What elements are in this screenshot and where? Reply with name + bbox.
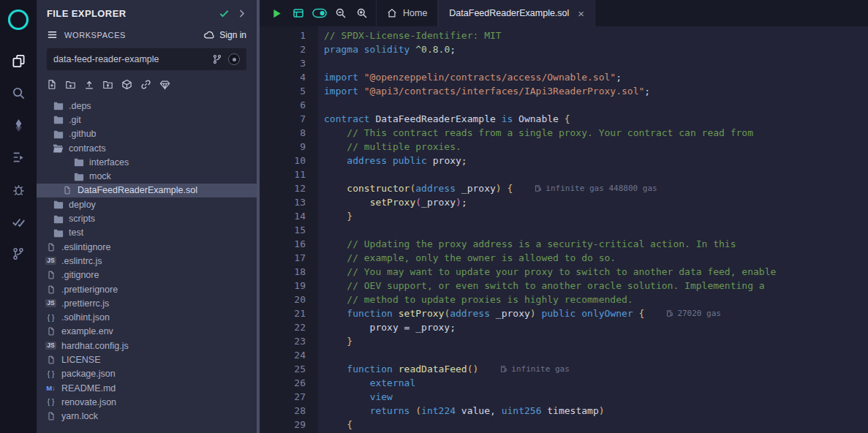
line-number: 22 bbox=[260, 320, 318, 334]
tree-item-yarn.lock[interactable]: yarn.lock bbox=[37, 410, 257, 423]
file-icon bbox=[45, 355, 56, 365]
workspace-selector[interactable]: data-feed-reader-example bbox=[47, 48, 246, 70]
tree-item-.github[interactable]: .github bbox=[37, 127, 257, 141]
file-explorer-icon[interactable] bbox=[0, 45, 37, 77]
editor-body: 1234567891011121314151617181920212223242… bbox=[260, 26, 868, 433]
workspace-options-icon[interactable] bbox=[228, 53, 240, 65]
code-line-22: proxy = _proxy; bbox=[324, 320, 868, 334]
file-icon bbox=[45, 285, 56, 295]
unit-testing-icon[interactable] bbox=[0, 206, 37, 238]
tree-item-datafeedreaderexample.sol[interactable]: DataFeedReaderExample.sol bbox=[37, 184, 257, 197]
file-js-icon: JS bbox=[45, 299, 56, 307]
line-number: 10 bbox=[260, 154, 318, 167]
zoom-in-icon[interactable] bbox=[352, 4, 371, 23]
tree-item-example.env[interactable]: example.env bbox=[37, 325, 257, 339]
folder-icon bbox=[53, 115, 64, 124]
tree-item-package.json[interactable]: { }package.json bbox=[37, 367, 257, 381]
deploy-run-icon[interactable] bbox=[0, 141, 37, 173]
folder-icon bbox=[53, 129, 64, 139]
tree-item-.eslintrc.js[interactable]: JS.eslintrc.js bbox=[37, 254, 257, 268]
tree-item-.deps[interactable]: .deps bbox=[37, 99, 257, 113]
upload-file-icon[interactable] bbox=[84, 80, 94, 90]
link-icon[interactable] bbox=[140, 79, 151, 90]
tree-item-label: renovate.json bbox=[61, 397, 116, 407]
tree-item-contracts[interactable]: contracts bbox=[37, 141, 257, 155]
editor-area: Home DataFeedReaderExample.sol × 1234567… bbox=[260, 0, 868, 433]
tab-datafeedreaderexample[interactable]: DataFeedReaderExample.sol × bbox=[438, 0, 595, 26]
new-file-icon[interactable] bbox=[47, 79, 57, 90]
tree-item-.eslintignore[interactable]: .eslintignore bbox=[37, 240, 257, 254]
upload-folder-icon[interactable] bbox=[102, 80, 113, 90]
tab-home[interactable]: Home bbox=[376, 0, 438, 26]
tree-item-label: LICENSE bbox=[61, 355, 101, 365]
tree-item-label: test bbox=[69, 227, 83, 238]
cloud-icon bbox=[203, 30, 215, 39]
tree-item-.git[interactable]: .git bbox=[37, 113, 257, 127]
hamburger-icon[interactable] bbox=[47, 29, 58, 40]
tree-item-license[interactable]: LICENSE bbox=[37, 353, 257, 366]
tree-item-label: .eslintignore bbox=[61, 242, 110, 252]
code-line-26: external bbox=[324, 376, 868, 390]
tree-item-scripts[interactable]: scripts bbox=[37, 211, 257, 225]
file-icon bbox=[45, 411, 56, 421]
line-number: 11 bbox=[260, 167, 318, 181]
line-number: 29 bbox=[260, 418, 318, 432]
tree-item-readme.md[interactable]: M↓README.md bbox=[37, 381, 257, 395]
tree-item-.gitignore[interactable]: .gitignore bbox=[37, 268, 257, 282]
sign-in-button[interactable]: Sign in bbox=[203, 30, 246, 40]
git-branch-icon[interactable] bbox=[212, 54, 222, 64]
line-number: 16 bbox=[260, 237, 318, 251]
code-line-1: // SPDX-License-Identifier: MIT bbox=[324, 29, 868, 42]
remix-logo[interactable] bbox=[4, 5, 33, 34]
activity-bar bbox=[0, 0, 37, 433]
line-number: 5 bbox=[260, 84, 318, 98]
tree-item-label: .gitignore bbox=[61, 270, 99, 280]
tree-item-label: scripts bbox=[69, 214, 95, 224]
gas-estimate-annotation[interactable]: infinite gas 448800 gas bbox=[535, 181, 657, 195]
tree-item-deploy[interactable]: deploy bbox=[37, 197, 257, 211]
tree-item-mock[interactable]: mock bbox=[37, 169, 257, 183]
gutter: 1234567891011121314151617181920212223242… bbox=[260, 26, 318, 433]
code-editor[interactable]: // SPDX-License-Identifier: MITpragma so… bbox=[318, 26, 868, 433]
git-icon[interactable] bbox=[0, 238, 37, 270]
line-number: 12 bbox=[260, 181, 318, 195]
check-icon[interactable] bbox=[219, 8, 230, 19]
tree-item-renovate.json[interactable]: { }renovate.json bbox=[37, 395, 257, 409]
line-number: 3 bbox=[260, 56, 318, 70]
cube-icon[interactable] bbox=[121, 79, 132, 90]
line-number: 19 bbox=[260, 279, 318, 293]
tree-item-test[interactable]: test bbox=[37, 226, 257, 240]
zoom-out-icon[interactable] bbox=[331, 4, 350, 23]
run-script-icon[interactable] bbox=[267, 4, 287, 23]
tree-item-.prettierignore[interactable]: .prettierignore bbox=[37, 282, 257, 296]
code-line-2: pragma solidity ^0.8.0; bbox=[324, 42, 868, 56]
file-toolbar bbox=[37, 72, 257, 95]
code-line-19: // OEV support, or even switch to anothe… bbox=[324, 279, 868, 293]
editor-toolbar bbox=[260, 0, 376, 26]
code-line-11 bbox=[324, 167, 868, 181]
tree-item-label: .prettierrc.js bbox=[61, 298, 109, 309]
preview-toggle-icon[interactable] bbox=[309, 4, 329, 23]
line-number: 4 bbox=[260, 70, 318, 84]
workspaces-label: WORKSPACES bbox=[64, 31, 197, 39]
line-number: 17 bbox=[260, 251, 318, 265]
gem-icon[interactable] bbox=[159, 80, 170, 90]
tree-item-.solhint.json[interactable]: { }.solhint.json bbox=[37, 310, 257, 324]
tree-item-.prettierrc.js[interactable]: JS.prettierrc.js bbox=[37, 296, 257, 310]
search-icon[interactable] bbox=[0, 77, 37, 109]
code-line-18: // You may want to update your proxy to … bbox=[324, 265, 868, 279]
code-line-8: // This contract reads from a single pro… bbox=[324, 126, 868, 140]
file-js-icon: JS bbox=[45, 257, 56, 265]
gas-estimate-annotation[interactable]: infinite gas bbox=[500, 362, 569, 376]
gas-estimate-annotation[interactable]: 27020 gas bbox=[666, 306, 721, 320]
line-number: 1 bbox=[260, 29, 318, 42]
debugger-icon[interactable] bbox=[0, 173, 37, 206]
solidity-compiler-icon[interactable] bbox=[0, 109, 37, 141]
close-icon[interactable]: × bbox=[578, 8, 584, 19]
tree-item-hardhat.config.js[interactable]: JShardhat.config.js bbox=[37, 339, 257, 353]
new-folder-icon[interactable] bbox=[65, 80, 76, 90]
script-config-icon[interactable] bbox=[288, 4, 308, 23]
chevron-right-icon[interactable] bbox=[237, 9, 246, 18]
file-md-icon: M↓ bbox=[45, 384, 56, 392]
tree-item-interfaces[interactable]: interfaces bbox=[37, 155, 257, 169]
